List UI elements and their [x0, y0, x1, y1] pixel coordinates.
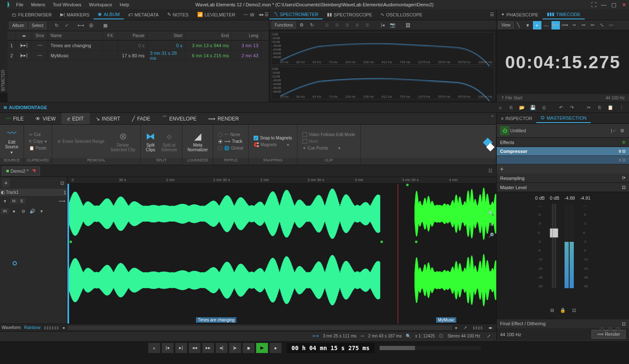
- prev-marker-button[interactable]: ◂|: [216, 343, 228, 353]
- functions-button[interactable]: Functions: [272, 21, 296, 29]
- tab-notes[interactable]: ✎NOTES: [163, 10, 193, 19]
- delete-clip-button[interactable]: ⊗Delete Selected Clip: [109, 129, 137, 154]
- redo-icon[interactable]: ↷: [567, 103, 576, 112]
- ripple-track-radio[interactable]: ⟿Track: [217, 138, 245, 145]
- video-follows-check[interactable]: Video Follows Edit Mode: [301, 131, 357, 138]
- menu-workspace[interactable]: Workspace: [86, 1, 115, 8]
- next-marker-button[interactable]: |▸: [229, 343, 241, 353]
- zoom-bar-icon[interactable]: ◂▸: [486, 324, 495, 332]
- preset5-icon[interactable]: ⑤: [363, 21, 372, 29]
- menu-icon[interactable]: ☰: [265, 11, 269, 19]
- preset3-icon[interactable]: ③: [343, 21, 351, 29]
- zoom-in-icon[interactable]: 🔍: [487, 209, 495, 217]
- tab-timecode[interactable]: ▮▮▮TIMECODE: [543, 10, 585, 19]
- menu-meters[interactable]: Meters: [28, 1, 49, 8]
- waveform-mode-button[interactable]: Waveform: [2, 325, 21, 330]
- expand-icon[interactable]: ⤢: [484, 332, 493, 340]
- tab-spectroscope[interactable]: ▮▮SPECTROSCOPE: [323, 10, 377, 19]
- effect-slot-compressor[interactable]: CompressorS ⊡: [497, 147, 629, 156]
- monitor-off-icon[interactable]: ⊖: [19, 207, 27, 215]
- gear-icon[interactable]: ⚙: [297, 21, 306, 29]
- home-icon[interactable]: ⌂: [496, 103, 504, 112]
- preset4-icon[interactable]: ④: [353, 21, 361, 29]
- speaker-icon[interactable]: 🔊: [28, 207, 37, 215]
- table-row[interactable]: 1 |▸▸| 〰 Times are changing 0 s 0 s 3 mn…: [8, 40, 269, 51]
- col-pause[interactable]: Pause: [118, 31, 147, 40]
- fader-right[interactable]: [554, 204, 556, 288]
- skip-start-button[interactable]: |◂: [162, 343, 174, 353]
- erase-button[interactable]: ⊘Erase Selected Range: [56, 138, 106, 145]
- tab-levelmeter[interactable]: 📶LEVELMETER: [193, 10, 240, 19]
- save-icon[interactable]: 💾: [529, 103, 537, 112]
- mute-check[interactable]: Mute: [301, 138, 357, 145]
- minus-icon[interactable]: —: [542, 21, 551, 29]
- tab-inspector[interactable]: ≡INSPECTOR: [497, 114, 536, 123]
- solo-button[interactable]: S: [19, 198, 25, 204]
- layout-icon[interactable]: ☷: [486, 167, 495, 175]
- col-name[interactable]: Name: [48, 31, 103, 40]
- tab-metadata[interactable]: 🏷METADATA: [124, 11, 163, 19]
- menu-file[interactable]: File: [13, 1, 27, 8]
- gear-icon[interactable]: ⚙: [618, 126, 626, 135]
- menu-tool-windows[interactable]: Tool Windows: [49, 1, 85, 8]
- range-icon[interactable]: ⟷: [77, 21, 85, 30]
- hscroll-left-icon[interactable]: ◂: [62, 325, 64, 330]
- effects-header[interactable]: Effects: [500, 140, 514, 145]
- target-icon[interactable]: ⦿: [87, 21, 95, 30]
- magnets-button[interactable]: 🧲Magnets▾: [252, 142, 294, 148]
- clip-label[interactable]: Times are changing: [196, 317, 236, 323]
- cue-points-button[interactable]: ✦Cue Points▾: [301, 145, 357, 151]
- route-icon[interactable]: ⟿: [58, 197, 66, 205]
- album-button[interactable]: Album: [9, 22, 27, 29]
- tab-filebrowser[interactable]: 🗀FILEBROWSER: [8, 11, 56, 19]
- load-preset-icon[interactable]: |←: [610, 126, 618, 135]
- clip-marker-icon[interactable]: [415, 241, 418, 243]
- refresh-icon[interactable]: ↻: [52, 21, 61, 30]
- preset2-icon[interactable]: ②: [333, 21, 341, 29]
- col-end[interactable]: End: [185, 31, 232, 40]
- rewind-icon[interactable]: |◂: [378, 21, 387, 29]
- col-length[interactable]: Leng: [232, 31, 261, 40]
- tab-spectrometer[interactable]: 〽SPECTROMETER: [269, 10, 323, 19]
- ripple-none-radio[interactable]: 〰None: [217, 131, 245, 138]
- playhead[interactable]: [398, 184, 398, 324]
- tab-oscilloscope[interactable]: ∿OSCILLOSCOPE: [376, 10, 426, 19]
- add-slot-button[interactable]: +: [497, 164, 629, 174]
- paste-icon[interactable]: 📋: [606, 103, 615, 112]
- zoom-reset-icon[interactable]: ⊙: [487, 220, 495, 228]
- nav-left-icon[interactable]: ◂: [259, 11, 262, 19]
- rtab-file[interactable]: 〰FILE: [0, 113, 29, 124]
- final-effect-header[interactable]: Final Effect / Dithering: [500, 321, 546, 327]
- track-options-icon[interactable]: ⊡: [58, 179, 66, 187]
- rtab-view[interactable]: 👁VIEW: [29, 113, 62, 124]
- loop-button[interactable]: «: [148, 343, 160, 353]
- grid-icon[interactable]: ▦: [101, 21, 110, 30]
- table-row[interactable]: 2 |▸▸| 〰 MyMusic 17 s 80 ms 3 mn 31 s 28…: [8, 51, 269, 61]
- record-icon[interactable]: ●: [10, 207, 18, 215]
- open-icon[interactable]: 📂: [518, 103, 526, 112]
- wave-edit-icon[interactable]: 〰: [607, 21, 616, 29]
- tab-mastersection[interactable]: ⏣MASTERSECTION: [536, 113, 591, 123]
- zoom-out-icon[interactable]: 🔎: [487, 231, 495, 239]
- minimize-icon[interactable]: —: [600, 1, 607, 8]
- tab-markers[interactable]: ▶|MARKERS: [56, 10, 94, 19]
- cursor-icon[interactable]: ▼: [524, 21, 532, 29]
- menu-help[interactable]: Help: [116, 1, 133, 8]
- snap1-icon[interactable]: ⤞: [570, 21, 578, 29]
- preset-name[interactable]: Untitled: [510, 128, 526, 133]
- tab-phasescope[interactable]: ✦PHASESCOPE: [497, 10, 543, 19]
- split-clips-button[interactable]: ⧓Split Clips: [144, 129, 157, 154]
- preset1-icon[interactable]: ①: [323, 21, 331, 29]
- line-icon[interactable]: ╲: [514, 21, 523, 29]
- mute-button[interactable]: M: [10, 198, 18, 204]
- clip-label[interactable]: MyMusic: [436, 317, 456, 323]
- col-start[interactable]: Start: [147, 31, 185, 40]
- rtab-insert[interactable]: ↘INSERT: [90, 113, 126, 124]
- select-button[interactable]: Select: [29, 22, 46, 29]
- col-fx[interactable]: FX: [103, 31, 118, 40]
- play-track-icon[interactable]: |▸▸|: [20, 43, 28, 48]
- split-silences-button[interactable]: ⟐Split at Silences: [159, 129, 179, 154]
- close-icon[interactable]: ✕: [621, 1, 627, 8]
- track-marker-icon[interactable]: [13, 261, 17, 265]
- rtab-envelope[interactable]: ⌒ENVELOPE: [156, 113, 203, 124]
